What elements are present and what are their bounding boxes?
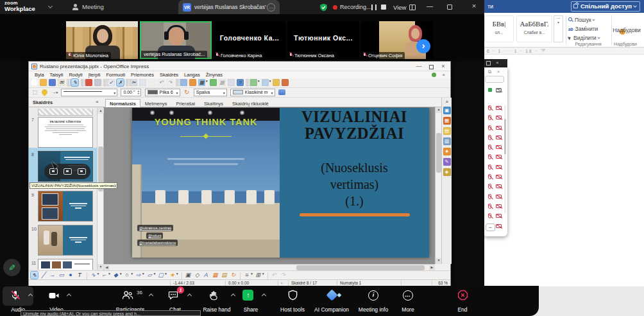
video-tile[interactable]: Головченко Ка... Головченко Каріна	[214, 21, 285, 59]
navigator-icon[interactable]: ▾	[180, 79, 187, 87]
color-menu-select[interactable]: Spalva	[194, 89, 227, 96]
tab-meeting[interactable]: Meeting	[67, 0, 109, 14]
chart-icon[interactable]: ▾	[189, 79, 196, 87]
update-notification-icon[interactable]	[432, 73, 436, 77]
meeting-info-button[interactable]: i Meeting info	[353, 288, 394, 313]
presentation-icon[interactable]: ▾	[282, 79, 289, 87]
chevron-up-icon[interactable]	[187, 294, 192, 298]
video-tile[interactable]: Юлія Молоткіна	[66, 21, 138, 59]
scrollbar-thumb[interactable]	[296, 265, 425, 270]
slideshow-icon[interactable]	[64, 168, 72, 175]
slide-thumbnail-11[interactable]	[38, 259, 93, 270]
view-tab[interactable]: Normalusis	[105, 99, 140, 107]
chevron-up-icon[interactable]	[262, 294, 266, 298]
image-icon[interactable]: ▾	[250, 79, 260, 87]
maximize-button[interactable]	[447, 4, 452, 10]
animation-icon[interactable]: ★	[443, 148, 451, 155]
stop-recording-icon[interactable]	[381, 4, 386, 10]
view-tab[interactable]: Skaidrių rikiuoklė	[228, 99, 273, 107]
participant-row[interactable]	[483, 152, 505, 162]
host-tools-button[interactable]: Host tools	[275, 288, 310, 313]
participant-row[interactable]	[483, 202, 505, 211]
close-icon[interactable]: ×	[442, 72, 445, 78]
style-card-1[interactable]: БВв| ол...	[484, 15, 514, 42]
word-replace-button[interactable]: abЗамінити	[568, 26, 598, 33]
addins-button[interactable]: Надбудови	[611, 27, 642, 33]
edit-points-tool-icon[interactable]: ⬚	[31, 89, 38, 96]
basic-shapes-icon[interactable]: ◆▾	[112, 272, 122, 279]
paste-icon[interactable]: ▾	[148, 79, 155, 87]
collapse-button[interactable]: −	[486, 224, 495, 231]
participant-row[interactable]	[483, 182, 505, 191]
sidebar-menu-icon[interactable]: ≡	[444, 100, 450, 104]
gallery-icon[interactable]: ▾	[273, 79, 280, 87]
close-icon[interactable]: ×	[96, 99, 99, 105]
minimize-button[interactable]: —	[413, 63, 425, 69]
participant-row[interactable]	[483, 113, 505, 123]
properties-icon[interactable]: ▣	[443, 107, 451, 114]
close-icon[interactable]: ×	[497, 69, 500, 74]
separator[interactable]: ▾	[176, 79, 179, 87]
separator[interactable]: ▾	[67, 79, 70, 87]
callouts-icon[interactable]: ▢▾	[157, 272, 167, 279]
open-icon[interactable]: ▾	[40, 79, 47, 87]
scroll-down-icon[interactable]: ▼	[97, 264, 104, 270]
participant-row[interactable]	[483, 123, 505, 133]
participant-row[interactable]	[483, 143, 505, 152]
scrollbar-thumb[interactable]	[504, 119, 506, 154]
video-button[interactable]: Video	[40, 288, 73, 313]
arrange-icon[interactable]: ⊞▾	[255, 272, 264, 279]
new-document-icon[interactable]: ▾	[31, 79, 38, 87]
fontwork-icon[interactable]: A▾	[203, 272, 210, 279]
annotation-pencil-button[interactable]: ✎	[3, 259, 21, 276]
tab-screen-share[interactable]: VR vertėjas Ruslanas Skrobačas's scre …	[178, 0, 280, 14]
cut-icon[interactable]: ✂▾	[130, 79, 137, 86]
view-tab[interactable]: Skaitinys	[199, 99, 228, 107]
email-icon[interactable]: ✉▾	[58, 79, 65, 86]
vertical-scrollbar[interactable]: ▲ ▼	[435, 107, 441, 264]
glue-points-icon[interactable]: ◇▾	[194, 272, 201, 279]
video-tile[interactable]: Тютюнник Окс... Тютюнник Оксана	[287, 21, 359, 59]
menu-item[interactable]: Žinynas	[206, 72, 223, 78]
menu-item[interactable]: Byla	[35, 72, 44, 78]
save-icon[interactable]: ▾	[49, 79, 56, 87]
close-button[interactable]: ×	[437, 63, 449, 69]
view-layout-icon[interactable]	[409, 4, 416, 10]
menu-item[interactable]: Langas	[184, 72, 200, 78]
slide-thumbnail-partial[interactable]	[38, 109, 93, 116]
styles-icon[interactable]: ✎	[443, 158, 451, 166]
slides-panel-scrollbar[interactable]: ▲ ▼	[97, 108, 103, 270]
participant-row[interactable]	[483, 103, 505, 113]
help-icon[interactable]: ?▾	[237, 79, 244, 86]
share-button[interactable]: ↑ Share	[236, 288, 266, 313]
slide-thumbnail-9[interactable]	[38, 191, 93, 222]
line-color-select[interactable]: Pilka 6	[145, 89, 180, 96]
participant-row[interactable]	[483, 162, 505, 172]
autospellcheck-icon[interactable]: ✗▾	[117, 79, 124, 86]
view-button[interactable]: View	[393, 4, 406, 11]
style-card-2[interactable]: АаБбВвГ. Слабке в...	[516, 15, 552, 42]
print-icon[interactable]: ▾	[94, 79, 101, 87]
arrow-style-icon[interactable]: →▾	[51, 89, 58, 96]
participants-button[interactable]: 36 Participants	[108, 288, 153, 313]
maximize-button[interactable]	[429, 65, 434, 69]
line-width-field[interactable]: 0.00 "	[121, 89, 141, 96]
separator[interactable]: ▾	[126, 79, 129, 87]
close-button[interactable]: ×	[469, 2, 479, 10]
participant-row[interactable]	[483, 133, 505, 143]
minimize-button[interactable]: —	[425, 3, 435, 10]
edit-points-icon[interactable]: ▣▾	[185, 272, 192, 279]
rectangle-icon[interactable]: ▭▾	[58, 272, 65, 279]
audio-button[interactable]: Audio	[3, 288, 33, 313]
ellipse-icon[interactable]: ●▾	[67, 272, 74, 279]
flowchart-icon[interactable]: ▱▾	[146, 272, 156, 279]
from-file-icon[interactable]: ▦▾	[212, 272, 219, 279]
ruler-indent-marker[interactable]	[541, 49, 546, 52]
scrollbar-thumb[interactable]	[436, 133, 441, 173]
maximize-icon[interactable]	[486, 61, 491, 66]
word-search-button[interactable]: Пошук	[568, 17, 595, 24]
security-shield-icon[interactable]	[319, 3, 328, 12]
separator[interactable]: ▾	[103, 79, 106, 87]
grid-icon[interactable]: ▦▾	[219, 79, 226, 86]
rotate-icon[interactable]: ↻	[183, 89, 191, 96]
